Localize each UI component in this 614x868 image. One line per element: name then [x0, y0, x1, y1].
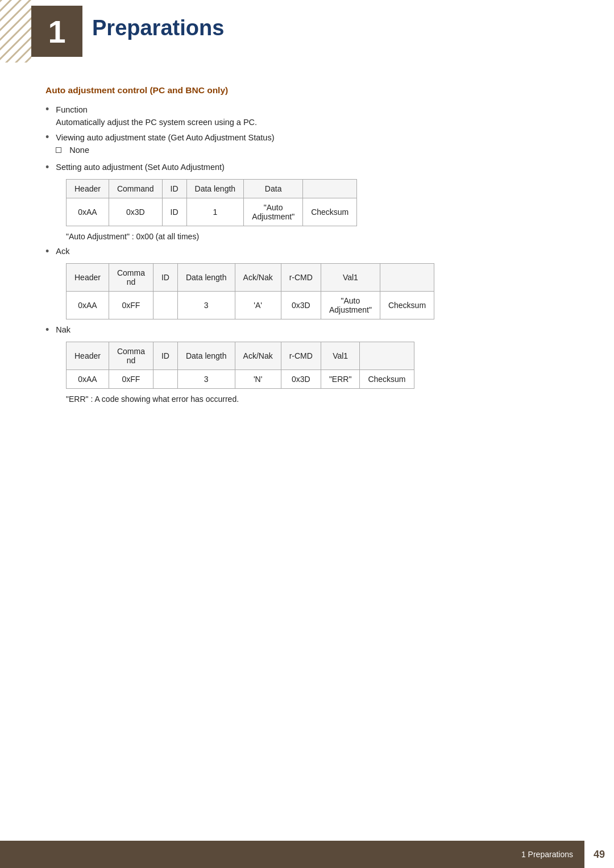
table2-r1-command: 0xFF [109, 292, 153, 319]
table1-r1-header: 0xAA [67, 198, 109, 226]
bullet-function-label: Function [56, 105, 88, 114]
table3-col-rcmd: r-CMD [281, 342, 321, 370]
bullet-setting: • Setting auto adjustment (Set Auto Adju… [45, 163, 569, 173]
table3-r1-acknak: 'N' [235, 370, 281, 389]
bullet-function: • Function Automatically adjust the PC s… [45, 105, 569, 127]
table1-r1-data: "AutoAdjustment" [244, 198, 303, 226]
nak-label: Nak [56, 325, 569, 334]
table2-col-command: Command [109, 264, 153, 292]
table2-col-datalength: Data length [177, 264, 235, 292]
table1-r1-checksum: Checksum [303, 198, 357, 226]
bullet-dot-2: • [45, 131, 49, 143]
table2-col-header: Header [67, 264, 109, 292]
table3-r1-rcmd: 0x3D [281, 370, 321, 389]
table1-row1: 0xAA 0x3D ID 1 "AutoAdjustment" Checksum [67, 198, 357, 226]
table1-note: "Auto Adjustment" : 0x00 (at all times) [66, 232, 569, 241]
table1-r1-command: 0x3D [109, 198, 162, 226]
table2-col-acknak: Ack/Nak [235, 264, 281, 292]
bullet-dot-ack: • [45, 246, 49, 258]
table3-col-command: Command [109, 342, 153, 370]
table3-r1-command: 0xFF [109, 370, 153, 389]
chapter-title: Preparations [92, 16, 224, 40]
table2-r1-checksum: Checksum [380, 292, 434, 319]
table3-col-acknak: Ack/Nak [235, 342, 281, 370]
table3-r1-id [153, 370, 177, 389]
table3-r1-val1: "ERR" [321, 370, 360, 389]
table3: Header Command ID Data length Ack/Nak r-… [66, 342, 414, 389]
table2-col-checksum [380, 264, 434, 292]
table3-col-datalength: Data length [177, 342, 235, 370]
table3-r1-header: 0xAA [67, 370, 109, 389]
section-title: Auto adjustment control (PC and BNC only… [45, 85, 569, 95]
page-footer: 1 Preparations 49 [0, 841, 614, 868]
footer-page-number: 49 [584, 841, 614, 868]
table2-col-id: ID [153, 264, 177, 292]
table1-col-command: Command [109, 180, 162, 198]
table1: Header Command ID Data length Data 0xAA … [66, 179, 357, 226]
main-content: Auto adjustment control (PC and BNC only… [0, 63, 614, 455]
table1-r1-id: ID [162, 198, 186, 226]
ack-label: Ack [56, 247, 569, 256]
bullet-viewing-label: Viewing auto adjustment state (Get Auto … [56, 133, 274, 142]
table1-col-header: Header [67, 180, 109, 198]
table2: Header Command ID Data length Ack/Nak r-… [66, 263, 434, 319]
table3-row1: 0xAA 0xFF 3 'N' 0x3D "ERR" Checksum [67, 370, 414, 389]
table2-r1-header: 0xAA [67, 292, 109, 319]
table3-r1-checksum: Checksum [360, 370, 414, 389]
svg-rect-1 [0, 0, 31, 63]
bullet-dot-1: • [45, 103, 49, 115]
table2-row1: 0xAA 0xFF 3 'A' 0x3D "AutoAdjustment" Ch… [67, 292, 434, 319]
bullet-dot-3: • [45, 161, 49, 173]
table2-r1-acknak: 'A' [235, 292, 281, 319]
table3-col-id: ID [153, 342, 177, 370]
table1-col-id: ID [162, 180, 186, 198]
indent-square-1 [56, 147, 61, 153]
table2-r1-val1: "AutoAdjustment" [321, 292, 380, 319]
table1-col-datalength: Data length [186, 180, 244, 198]
table3-col-checksum [360, 342, 414, 370]
table2-col-rcmd: r-CMD [281, 264, 321, 292]
bullet-dot-nak: • [45, 324, 49, 336]
table3-r1-datalength: 3 [177, 370, 235, 389]
table3-col-header: Header [67, 342, 109, 370]
table2-r1-datalength: 3 [177, 292, 235, 319]
bullet-setting-label: Setting auto adjustment (Set Auto Adjust… [56, 163, 569, 172]
bullet-function-desc: Automatically adjust the PC system scree… [56, 118, 257, 127]
chapter-number-box: 1 [31, 6, 82, 57]
table1-col-data: Data [244, 180, 303, 198]
table3-col-val1: Val1 [321, 342, 360, 370]
bullet-ack: • Ack [45, 247, 569, 258]
footer-label: 1 Preparations [521, 850, 584, 859]
table1-wrapper: Header Command ID Data length Data 0xAA … [66, 179, 569, 226]
table2-r1-rcmd: 0x3D [281, 292, 321, 319]
table1-col-checksum [303, 180, 357, 198]
table2-wrapper: Header Command ID Data length Ack/Nak r-… [66, 263, 569, 319]
table2-col-val1: Val1 [321, 264, 380, 292]
table3-note: "ERR" : A code showing what error has oc… [66, 394, 569, 404]
table2-r1-id [153, 292, 177, 319]
table3-wrapper: Header Command ID Data length Ack/Nak r-… [66, 342, 569, 389]
bullet-nak: • Nak [45, 325, 569, 336]
indent-none: None [69, 146, 89, 155]
table1-r1-datalength: 1 [186, 198, 244, 226]
bullet-viewing: • Viewing auto adjustment state (Get Aut… [45, 132, 569, 157]
